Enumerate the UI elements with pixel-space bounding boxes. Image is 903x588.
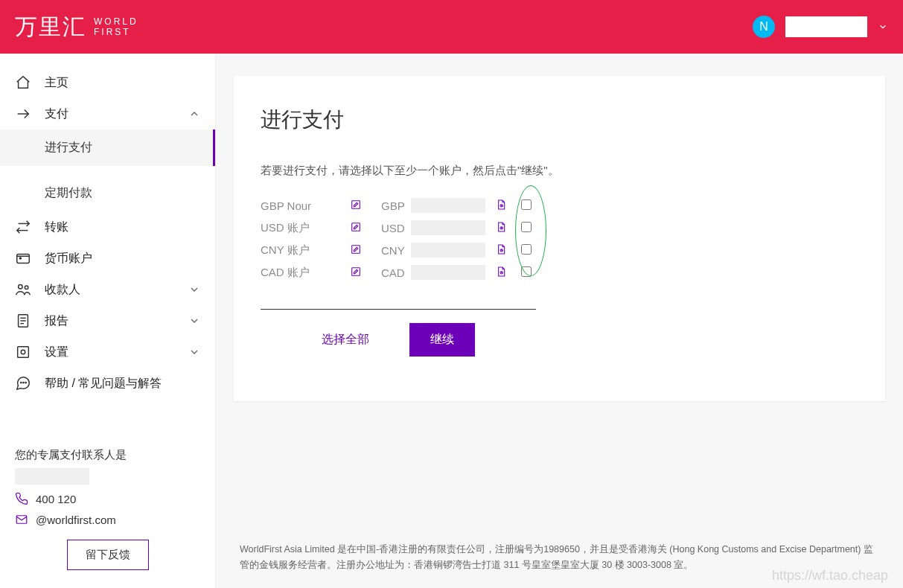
svg-rect-17	[352, 200, 360, 208]
continue-button[interactable]: 继续	[409, 323, 475, 357]
svg-point-14	[23, 382, 24, 383]
chevron-down-icon[interactable]	[878, 22, 888, 32]
account-row: GBP NourGBP	[261, 194, 543, 217]
chevron-down-icon	[188, 284, 200, 295]
home-icon	[15, 74, 31, 91]
sidebar-item-label: 支付	[45, 106, 68, 122]
account-name: USD 账户	[261, 221, 350, 235]
account-amount-redacted	[411, 220, 485, 235]
svg-point-6	[25, 286, 28, 290]
svg-rect-19	[352, 223, 360, 231]
sidebar-item-transfer[interactable]: 转账	[0, 211, 215, 243]
contact-block: 您的专属支付联系人是 400 120 @worldfirst.com 留下反馈	[0, 448, 215, 588]
account-amount-redacted	[411, 198, 485, 213]
account-currency: CNY	[381, 244, 411, 257]
people-icon	[15, 281, 31, 298]
wallet-icon	[15, 250, 31, 266]
edit-icon[interactable]	[350, 266, 362, 278]
sidebar-item-report[interactable]: 报告	[0, 305, 215, 336]
sidebar-item-label: 收款人	[45, 282, 80, 298]
account-checkbox[interactable]	[521, 199, 532, 210]
svg-rect-16	[16, 516, 27, 524]
sidebar-item-label: 设置	[45, 345, 68, 360]
payment-card: 进行支付 若要进行支付，请选择以下至少一个账户，然后点击"继续"。 GBP No…	[234, 76, 885, 401]
gear-icon	[15, 344, 31, 360]
chevron-up-icon	[188, 108, 200, 120]
edit-icon[interactable]	[350, 243, 362, 255]
divider	[261, 309, 536, 310]
account-currency: CAD	[381, 266, 411, 279]
sidebar: 主页支付进行支付定期付款转账货币账户收款人报告设置帮助 / 常见问题与解答 您的…	[0, 54, 216, 588]
main-content: 进行支付 若要进行支付，请选择以下至少一个账户，然后点击"继续"。 GBP No…	[216, 54, 903, 588]
account-row: USD 账户USD	[261, 217, 543, 239]
sidebar-subitem-make-payment[interactable]: 进行支付	[0, 130, 215, 166]
logo-cn: 万里汇	[15, 12, 86, 42]
sidebar-subitem-recurring[interactable]: 定期付款	[0, 175, 215, 211]
sidebar-item-pay[interactable]: 支付	[0, 98, 215, 130]
user-dropdown[interactable]	[785, 16, 867, 37]
edit-icon[interactable]	[350, 199, 362, 211]
contact-title: 您的专属支付联系人是	[15, 448, 200, 462]
logo-en: WORLD FIRST	[94, 16, 138, 38]
sidebar-item-label: 转账	[45, 220, 68, 235]
account-name: CAD 账户	[261, 266, 350, 280]
contact-email[interactable]: @worldfirst.com	[15, 513, 200, 526]
svg-rect-21	[352, 245, 360, 253]
sidebar-item-label: 货币账户	[45, 251, 92, 266]
statement-icon[interactable]	[495, 243, 507, 255]
account-amount-redacted	[411, 265, 485, 280]
account-checkbox[interactable]	[521, 222, 532, 232]
sidebar-item-label: 主页	[45, 75, 68, 91]
chat-icon	[15, 375, 31, 392]
phone-icon	[15, 492, 28, 505]
swap-icon	[15, 219, 31, 235]
svg-rect-23	[352, 267, 360, 275]
account-currency: USD	[381, 222, 411, 234]
sidebar-item-payee[interactable]: 收款人	[0, 274, 215, 305]
account-currency: GBP	[381, 199, 411, 212]
logo: 万里汇 WORLD FIRST	[15, 12, 138, 42]
footer-disclaimer: WorldFirst Asia Limited 是在中国-香港注册的有限责任公司…	[234, 527, 885, 574]
page-title: 进行支付	[261, 106, 858, 134]
account-row: CAD 账户CAD	[261, 261, 543, 284]
mail-icon	[15, 513, 28, 526]
chevron-down-icon	[188, 346, 200, 358]
sidebar-item-label: 报告	[45, 313, 68, 329]
svg-point-13	[21, 382, 22, 383]
svg-rect-11	[18, 347, 29, 358]
statement-icon[interactable]	[495, 266, 507, 278]
header-right: N	[753, 16, 888, 38]
select-all-button[interactable]: 选择全部	[322, 332, 369, 348]
account-amount-redacted	[411, 243, 485, 258]
svg-point-15	[25, 382, 26, 383]
sidebar-item-home[interactable]: 主页	[0, 67, 215, 98]
sidebar-item-label: 帮助 / 常见问题与解答	[45, 376, 162, 392]
sidebar-item-currency[interactable]: 货币账户	[0, 243, 215, 274]
svg-point-12	[21, 350, 25, 354]
avatar[interactable]: N	[753, 16, 775, 38]
arrow-right-icon	[15, 106, 31, 122]
report-icon	[15, 313, 31, 329]
chevron-down-icon	[188, 315, 200, 327]
app-header: 万里汇 WORLD FIRST N	[0, 0, 903, 54]
sidebar-item-settings[interactable]: 设置	[0, 336, 215, 368]
account-checkbox[interactable]	[521, 266, 532, 277]
sidebar-item-help[interactable]: 帮助 / 常见问题与解答	[0, 368, 215, 399]
account-row: CNY 账户CNY	[261, 239, 543, 261]
hint-text: 若要进行支付，请选择以下至少一个账户，然后点击"继续"。	[261, 164, 858, 178]
svg-point-4	[19, 258, 21, 259]
svg-rect-3	[17, 255, 30, 263]
account-checkbox[interactable]	[521, 244, 532, 255]
edit-icon[interactable]	[350, 221, 362, 233]
contact-phone[interactable]: 400 120	[15, 492, 200, 505]
statement-icon[interactable]	[495, 199, 507, 211]
contact-name-redacted	[15, 468, 89, 485]
svg-point-5	[19, 285, 22, 290]
feedback-button[interactable]: 留下反馈	[67, 540, 149, 570]
account-name: GBP Nour	[261, 199, 350, 212]
account-name: CNY 账户	[261, 243, 350, 258]
statement-icon[interactable]	[495, 221, 507, 233]
